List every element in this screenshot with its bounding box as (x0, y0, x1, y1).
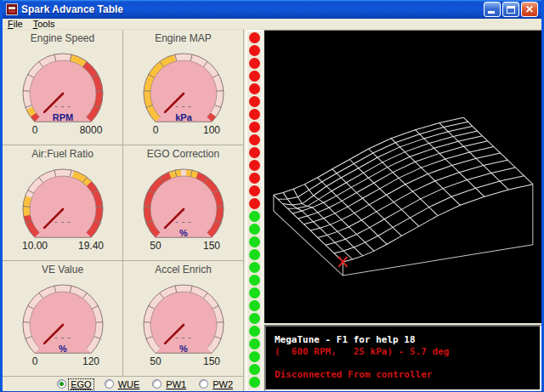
gauge-title: Engine MAP (123, 30, 243, 44)
gauge-title: EGO Correction (123, 145, 243, 160)
led-red (249, 45, 260, 56)
gauge-air-fuel-ratio: Air:Fuel Ratio---10.0019.40 (3, 145, 123, 261)
radio-circle-icon[interactable] (199, 379, 208, 389)
led-red (249, 134, 260, 145)
gauge-unit: RPM (52, 112, 72, 122)
menu-tools[interactable]: Tools (33, 19, 55, 29)
gauge-max-label: 150 (202, 355, 219, 367)
led-green (249, 211, 260, 222)
led-green (249, 377, 260, 388)
gauge-title: Accel Enrich (123, 261, 243, 276)
gauge-dial: ---%0120 (3, 276, 122, 376)
gauge-max-label: 19.40 (77, 240, 103, 252)
led-red (249, 71, 260, 82)
menu-file[interactable]: File (8, 19, 23, 29)
led-green (249, 300, 260, 311)
gauge-dial: ---kPa0100 (124, 44, 243, 145)
radio-circle-icon[interactable] (57, 379, 66, 389)
minimize-button[interactable] (484, 2, 501, 17)
gauge-title: Engine Speed (3, 30, 122, 44)
gauge-value: --- (53, 216, 72, 227)
gauge-value: --- (173, 216, 193, 227)
gauge-unit: % (179, 228, 188, 238)
enrichment-radio-row: EGOWUEPW1PW2 (3, 377, 243, 391)
gauge-unit: % (59, 344, 67, 354)
radio-circle-icon[interactable] (105, 379, 114, 389)
close-button[interactable]: ✕ (521, 2, 538, 17)
led-green (249, 338, 260, 349)
gauge-engine-speed: Engine Speed---RPM08000 (3, 30, 123, 145)
led-green (249, 326, 260, 337)
led-red (249, 83, 260, 94)
menu-bar: File Tools (3, 19, 541, 30)
maximize-icon (507, 6, 515, 14)
radio-circle-icon[interactable] (152, 379, 162, 389)
app-icon[interactable] (6, 3, 18, 15)
gauge-min-label: 0 (31, 124, 37, 136)
title-bar[interactable]: Spark Advance Table ✕ (3, 0, 541, 19)
status-help-text: MegaTune - F1 for help 18 (275, 334, 540, 346)
led-red (249, 160, 260, 171)
gauge-dial: ---%50150 (124, 276, 243, 376)
led-green (249, 224, 260, 235)
radio-label[interactable]: WUE (116, 379, 142, 389)
gauge-value: --- (173, 332, 193, 343)
led-green (249, 262, 260, 273)
gauge-title: Air:Fuel Ratio (3, 145, 122, 160)
led-red (249, 173, 260, 184)
led-green (249, 313, 260, 324)
radio-pw1[interactable]: PW1 (152, 379, 188, 389)
gauge-unit: % (179, 344, 188, 354)
led-red (249, 109, 260, 120)
gauge-min-label: 0 (31, 355, 37, 367)
led-red (249, 198, 260, 209)
gauge-value: --- (53, 332, 72, 343)
radio-label[interactable]: PW2 (211, 379, 235, 389)
gauge-max-label: 8000 (79, 124, 102, 136)
led-green (249, 249, 260, 260)
led-red (249, 147, 260, 158)
status-connection: Disconnected From controller (275, 369, 540, 381)
led-red (249, 96, 260, 107)
gauge-title: VE Value (3, 261, 122, 276)
gauge-engine-map: Engine MAP---kPa0100 (123, 30, 243, 145)
gauge-panel: Engine Speed---RPM08000Engine MAP---kPa0… (3, 30, 244, 391)
gauge-max-label: 100 (202, 124, 219, 136)
gauge-value: --- (173, 100, 193, 111)
gauge-unit: kPa (175, 112, 192, 122)
minimize-icon (488, 11, 495, 14)
gauge-dial: ---10.0019.40 (3, 160, 122, 260)
app-window: Spark Advance Table ✕ File Tools Engine … (0, 0, 544, 392)
close-icon: ✕ (522, 3, 537, 15)
status-box: MegaTune - F1 for help 18 ( 600 RPM, 25 … (264, 325, 541, 391)
maximize-button[interactable] (502, 2, 519, 17)
gauge-max-label: 120 (82, 355, 99, 367)
spark-table-3d-view[interactable] (264, 30, 541, 323)
gauge-value: --- (53, 100, 72, 111)
led-green (249, 275, 260, 286)
led-red (249, 122, 260, 133)
gauge-max-label: 150 (202, 240, 219, 252)
gauge-ego-correction: EGO Correction---%50150 (123, 145, 243, 261)
radio-pw2[interactable]: PW2 (199, 379, 235, 389)
led-green (249, 351, 260, 362)
radio-wue[interactable]: WUE (105, 379, 142, 389)
gauge-min-label: 0 (152, 124, 158, 136)
radio-label[interactable]: EGO (69, 379, 93, 389)
led-red (249, 58, 260, 69)
gauge-dial: ---%50150 (124, 160, 243, 260)
led-green (249, 287, 260, 298)
radio-label[interactable]: PW1 (164, 379, 188, 389)
gauge-accel-enrich: Accel Enrich---%50150 (123, 261, 243, 377)
led-green (249, 236, 260, 247)
status-operating-point: ( 600 RPM, 25 kPa) - 5.7 deg (275, 346, 540, 358)
led-green (249, 364, 260, 375)
gauge-dial: ---RPM08000 (3, 44, 122, 145)
led-red (249, 32, 260, 43)
led-status-strip (246, 30, 263, 391)
led-red (249, 185, 260, 196)
gauge-min-label: 50 (150, 355, 162, 367)
gauge-min-label: 50 (150, 240, 162, 252)
gauge-ve-value: VE Value---%0120 (3, 261, 123, 377)
radio-ego[interactable]: EGO (57, 379, 93, 389)
